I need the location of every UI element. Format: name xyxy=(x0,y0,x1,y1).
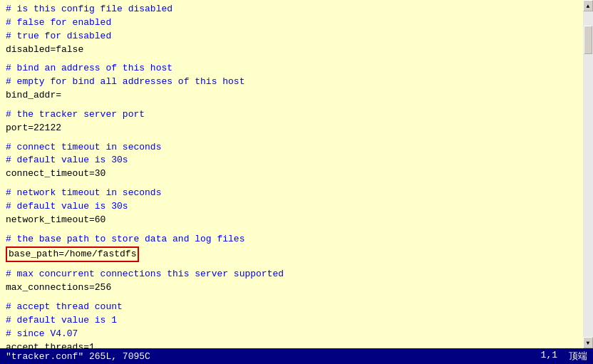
code-line: disabled=false xyxy=(6,43,587,57)
scroll-thumb[interactable] xyxy=(584,26,592,54)
code-line: port=22122 xyxy=(6,122,587,135)
code-line: # accept thread count xyxy=(6,301,587,314)
code-line xyxy=(6,295,587,301)
code-line: accept_threads=1 xyxy=(6,341,587,348)
scroll-up-button[interactable]: ▲ xyxy=(583,0,593,11)
code-line: # false for enabled xyxy=(6,16,587,30)
code-line xyxy=(6,56,587,62)
code-line: # is this config file disabled xyxy=(6,3,587,16)
code-line: # default value is 30s xyxy=(6,200,587,214)
scrollbar[interactable]: ▲ ▼ xyxy=(583,0,593,348)
status-bar: "tracker.conf" 265L, 7095C 1,1 顶端 xyxy=(0,348,593,364)
code-line: # since V4.07 xyxy=(6,328,587,341)
scroll-down-button[interactable]: ▼ xyxy=(583,337,593,348)
lines-container: # is this config file disabled# false fo… xyxy=(6,3,587,348)
code-line xyxy=(6,227,587,233)
code-line: # the tracker server port xyxy=(6,108,587,122)
scroll-track[interactable] xyxy=(583,11,593,337)
code-line: network_timeout=60 xyxy=(6,214,587,227)
code-line: max_connections=256 xyxy=(6,281,587,295)
scroll-position: 顶端 xyxy=(569,350,587,363)
code-line: # bind an address of this host xyxy=(6,62,587,76)
cursor-position: 1,1 xyxy=(541,350,557,363)
code-line: # connect timeout in seconds xyxy=(6,141,587,155)
code-line xyxy=(6,135,587,141)
code-line: connect_timeout=30 xyxy=(6,167,587,181)
status-filename: "tracker.conf" 265L, 7095C xyxy=(6,351,150,362)
code-line: # default value is 1 xyxy=(6,314,587,328)
code-line: # default value is 30s xyxy=(6,154,587,167)
code-line xyxy=(6,181,587,187)
code-area[interactable]: # is this config file disabled# false fo… xyxy=(0,0,593,348)
code-line: base_path=/home/fastdfs xyxy=(6,246,587,263)
code-line: bind_addr= xyxy=(6,89,587,103)
code-line xyxy=(6,262,587,268)
code-line: # max concurrent connections this server… xyxy=(6,268,587,281)
code-line: # network timeout in seconds xyxy=(6,187,587,200)
code-line xyxy=(6,103,587,108)
code-line: # empty for bind all addresses of this h… xyxy=(6,76,587,89)
code-line: # the base path to store data and log fi… xyxy=(6,233,587,246)
status-right: 1,1 顶端 xyxy=(541,350,587,363)
editor-container: # is this config file disabled# false fo… xyxy=(0,0,593,364)
code-line: # true for disabled xyxy=(6,30,587,43)
